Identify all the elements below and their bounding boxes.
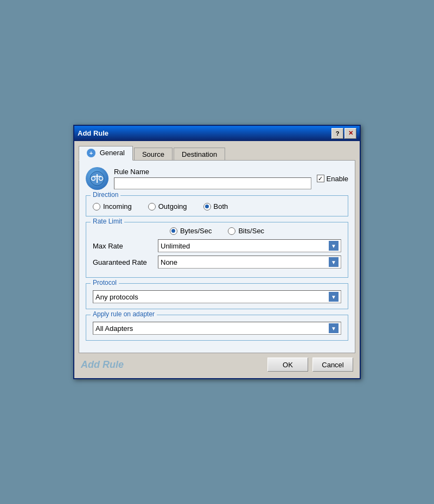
window-title: Add Rule	[78, 129, 108, 137]
enable-section: Enable	[317, 175, 348, 183]
ok-cancel-buttons: OK Cancel	[267, 358, 353, 372]
rule-name-row: Rule Name Enable	[86, 167, 348, 190]
max-rate-row: Max Rate Unlimited ▼	[93, 239, 341, 252]
tab-destination-label: Destination	[182, 150, 217, 158]
help-button[interactable]: ?	[331, 128, 343, 139]
radio-bytes-label: Bytes/Sec	[180, 227, 212, 235]
protocol-group: Protocol Any protocols ▼	[86, 283, 348, 309]
guaranteed-rate-arrow: ▼	[329, 257, 339, 267]
max-rate-arrow: ▼	[329, 241, 339, 251]
adapter-dropdown[interactable]: All Adapters ▼	[93, 322, 341, 335]
title-bar-buttons: ? ✕	[331, 128, 356, 139]
direction-label: Direction	[91, 191, 120, 199]
tab-destination[interactable]: Destination	[174, 148, 225, 161]
ok-button[interactable]: OK	[267, 358, 308, 372]
tab-content-general: Rule Name Enable Direction Incoming	[79, 160, 355, 353]
direction-group: Direction Incoming Outgoing Both	[86, 195, 348, 216]
radio-incoming-label: Incoming	[103, 202, 132, 210]
radio-bytes-circle	[170, 227, 177, 235]
tab-general[interactable]: + General	[79, 146, 133, 161]
adapter-label: Apply rule on adapter	[91, 310, 157, 318]
rate-unit-row: Bytes/Sec Bits/Sec	[93, 227, 341, 235]
radio-bits-sec[interactable]: Bits/Sec	[228, 227, 264, 235]
add-rule-window: Add Rule ? ✕ + General Source Destinatio…	[73, 125, 361, 380]
window-body: + General Source Destination	[74, 141, 360, 379]
protocol-label: Protocol	[91, 279, 119, 286]
max-rate-label: Max Rate	[93, 242, 152, 250]
radio-both-label: Both	[214, 202, 228, 210]
cancel-button[interactable]: Cancel	[312, 358, 353, 372]
rule-icon	[86, 167, 108, 190]
rate-limit-group: Rate Limit Bytes/Sec Bits/Sec Max Rate U…	[86, 222, 348, 278]
protocol-arrow: ▼	[329, 292, 339, 302]
adapter-arrow: ▼	[329, 323, 339, 333]
footer: Add Rule OK Cancel	[79, 353, 355, 374]
enable-label: Enable	[327, 175, 348, 183]
adapter-value: All Adapters	[95, 324, 133, 333]
radio-incoming[interactable]: Incoming	[93, 202, 132, 210]
radio-outgoing-label: Outgoing	[158, 202, 187, 210]
radio-outgoing-circle	[148, 203, 156, 210]
guaranteed-rate-row: Guaranteed Rate None ▼	[93, 256, 341, 269]
radio-both-circle	[203, 203, 211, 210]
rule-name-input[interactable]	[114, 177, 311, 189]
close-button[interactable]: ✕	[344, 128, 356, 139]
general-tab-icon: +	[87, 149, 95, 157]
title-bar: Add Rule ? ✕	[74, 126, 360, 141]
protocol-value: Any protocols	[95, 293, 138, 301]
radio-outgoing[interactable]: Outgoing	[148, 202, 187, 210]
radio-incoming-circle	[93, 203, 100, 210]
direction-row: Incoming Outgoing Both	[93, 200, 341, 210]
watermark: Add Rule	[81, 359, 124, 371]
adapter-group: Apply rule on adapter All Adapters ▼	[86, 315, 348, 341]
max-rate-value: Unlimited	[161, 242, 190, 250]
guaranteed-rate-value: None	[161, 258, 177, 266]
radio-bits-circle	[228, 227, 235, 235]
enable-checkbox[interactable]	[317, 175, 324, 182]
tab-source-label: Source	[142, 150, 164, 158]
tab-general-label: General	[100, 149, 125, 157]
tab-source[interactable]: Source	[134, 148, 173, 161]
rule-name-section: Rule Name	[114, 168, 311, 189]
tab-bar: + General Source Destination	[79, 145, 355, 161]
guaranteed-rate-label: Guaranteed Rate	[93, 258, 152, 266]
radio-both[interactable]: Both	[203, 202, 228, 210]
guaranteed-rate-dropdown[interactable]: None ▼	[158, 256, 341, 269]
radio-bits-label: Bits/Sec	[238, 227, 264, 235]
max-rate-dropdown[interactable]: Unlimited ▼	[158, 239, 341, 252]
rate-limit-label: Rate Limit	[91, 218, 124, 225]
protocol-dropdown[interactable]: Any protocols ▼	[93, 290, 341, 303]
rule-name-label: Rule Name	[114, 168, 311, 176]
radio-bytes-sec[interactable]: Bytes/Sec	[170, 227, 212, 235]
